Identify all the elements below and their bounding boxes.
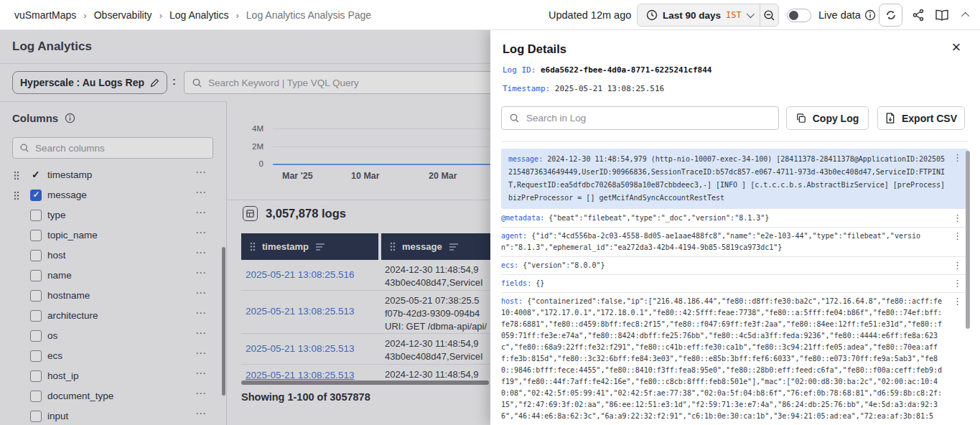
column-label: message xyxy=(47,190,87,200)
logs-count-row: 3,057,878 logs xyxy=(243,206,346,221)
checkbox-unchecked[interactable] xyxy=(30,210,42,221)
checkbox-unchecked[interactable] xyxy=(30,290,42,302)
copy-log-button[interactable]: Copy Log xyxy=(786,106,869,130)
table-header-timestamp[interactable]: timestamp xyxy=(241,233,378,260)
more-options-icon[interactable] xyxy=(195,286,207,299)
field-row-host[interactable]: host {"containerized":false,"ip":["216.4… xyxy=(501,293,968,425)
close-icon[interactable] xyxy=(948,40,964,56)
columns-search-input[interactable]: Search columns xyxy=(12,137,213,159)
field-row-agent[interactable]: agent {"id":"4cd556ba-2c03-4558-8d05-ae1… xyxy=(501,228,968,257)
log-id-value: e6da5622-fbee-4d0a-8771-6225241cf844 xyxy=(541,65,711,75)
column-item-os[interactable]: os xyxy=(0,326,227,346)
data-source-button[interactable]: Hyperscale : Au Logs Rep xyxy=(12,71,167,94)
share-button[interactable] xyxy=(910,0,926,30)
field-row-fields[interactable]: fields {} xyxy=(501,275,968,293)
gridline-4m xyxy=(273,129,490,129)
column-item-host-ip[interactable]: host_ip xyxy=(0,366,227,386)
chevron-up-icon xyxy=(961,12,969,20)
kebab-menu-icon[interactable] xyxy=(953,260,962,271)
column-item-document-type[interactable]: document_type xyxy=(0,386,227,406)
checkbox-unchecked[interactable] xyxy=(30,391,42,402)
column-label: input xyxy=(47,411,68,421)
copy-icon xyxy=(796,113,806,123)
checkbox-checked[interactable] xyxy=(30,190,42,201)
column-item-topic-name[interactable]: topic_name xyxy=(0,225,227,246)
breadcrumb: vuSmartMaps › Observability › Log Analyt… xyxy=(14,0,371,30)
export-csv-button[interactable]: Export CSV xyxy=(877,106,965,130)
column-item-input[interactable]: input xyxy=(0,406,227,425)
checkbox-unchecked[interactable] xyxy=(30,330,42,342)
panel-scrollbar[interactable] xyxy=(966,151,970,329)
live-data-info-icon[interactable] xyxy=(864,0,877,30)
more-options-icon[interactable] xyxy=(195,347,207,360)
checkbox-unchecked[interactable] xyxy=(30,350,42,362)
column-item-name[interactable]: name xyxy=(0,266,227,286)
drag-handle-icon[interactable] xyxy=(14,191,19,200)
field-row-ecs[interactable]: ecs {"version":"8.0.0"} xyxy=(501,257,968,275)
sidebar-scrollbar[interactable] xyxy=(222,247,225,396)
kebab-menu-icon[interactable] xyxy=(953,230,962,242)
column-item-hostname[interactable]: hostname xyxy=(0,286,227,306)
more-options-icon[interactable] xyxy=(195,407,207,420)
field-row-message[interactable]: message 2024-12-30 11:48:54,979 (http-ni… xyxy=(501,149,968,209)
more-options-icon[interactable] xyxy=(195,226,207,239)
column-item-timestamp[interactable]: timestamp xyxy=(0,165,227,185)
log-search-input[interactable]: Search in Log xyxy=(501,106,779,130)
x-tick-10mar: 10 Mar xyxy=(351,171,380,181)
live-data-toggle[interactable] xyxy=(787,9,811,22)
message-cell: 2025-05-21 07:38:25.5 f07b-42d3-9309-094… xyxy=(385,294,487,333)
columns-list: timestamp message type topic_name xyxy=(0,165,227,425)
kebab-menu-icon[interactable] xyxy=(953,278,962,289)
breadcrumb-observability[interactable]: Observability xyxy=(94,9,152,21)
drag-handle-icon[interactable] xyxy=(14,171,19,180)
collapse-topbar-button[interactable] xyxy=(959,0,974,30)
timestamp-link[interactable]: 2025-05-21 13:08:25.513 xyxy=(246,343,355,354)
column-item-ecs[interactable]: ecs xyxy=(0,346,227,366)
page-title: Log Analytics xyxy=(12,39,92,54)
more-options-icon[interactable] xyxy=(195,206,207,219)
more-options-icon[interactable] xyxy=(195,387,207,400)
documentation-button[interactable] xyxy=(933,0,951,30)
breadcrumb-separator: › xyxy=(235,10,238,21)
info-icon[interactable] xyxy=(65,113,75,123)
app-root: Log Analytics Hyperscale : Au Logs Rep :… xyxy=(0,0,980,425)
more-options-icon[interactable] xyxy=(195,266,207,279)
time-range-selector[interactable]: Last 90 days IST xyxy=(638,4,760,26)
checkbox-unchecked[interactable] xyxy=(30,310,42,322)
timestamp-link[interactable]: 2025-05-21 13:08:25.516 xyxy=(246,269,355,280)
timestamp-link[interactable]: 2025-05-21 13:08:25.513 xyxy=(246,370,355,380)
field-row-metadata[interactable]: @metadata {"beat":"filebeat","type":"_do… xyxy=(501,210,968,228)
source-button-label: Hyperscale : Au Logs Rep xyxy=(20,77,144,88)
checkbox-unchecked[interactable] xyxy=(30,250,42,261)
more-options-icon[interactable] xyxy=(195,166,207,179)
export-csv-label: Export CSV xyxy=(902,113,957,124)
column-item-architecture[interactable]: architecture xyxy=(0,306,227,326)
kebab-menu-icon[interactable] xyxy=(953,296,962,307)
updated-timestamp: Updated 12m ago xyxy=(549,0,631,30)
checkbox-unchecked[interactable] xyxy=(30,370,42,382)
column-item-host[interactable]: host xyxy=(0,246,227,266)
checkbox-unchecked[interactable] xyxy=(30,270,42,281)
breadcrumb-vusmartmaps[interactable]: vuSmartMaps xyxy=(14,9,76,21)
more-options-icon[interactable] xyxy=(195,186,207,199)
checkbox-unchecked[interactable] xyxy=(30,230,42,241)
time-range-label: Last 90 days xyxy=(663,10,721,21)
checkbox-unchecked[interactable] xyxy=(30,411,42,422)
kebab-menu-icon[interactable] xyxy=(953,212,962,224)
kebab-menu-icon[interactable] xyxy=(953,151,962,164)
field-value: {"containerized":false,"ip":["216.48.186… xyxy=(501,297,942,420)
column-item-type[interactable]: type xyxy=(0,205,227,225)
checkbox-checked[interactable] xyxy=(30,169,42,181)
zoom-out-button[interactable] xyxy=(760,4,778,26)
breadcrumb-log-analytics[interactable]: Log Analytics xyxy=(169,9,229,21)
table-horizontal-scrollbar[interactable] xyxy=(241,380,489,385)
column-item-message[interactable]: message xyxy=(0,185,227,205)
more-options-icon[interactable] xyxy=(195,327,207,340)
more-options-icon[interactable] xyxy=(195,246,207,259)
timestamp-value: 2025-05-21 13:08:25.516 xyxy=(555,84,664,93)
more-options-icon[interactable] xyxy=(195,307,207,319)
more-options-icon[interactable] xyxy=(195,367,207,380)
vql-search-input[interactable]: Search Keyword | Type VQL Query xyxy=(184,71,543,94)
timestamp-link[interactable]: 2025-05-21 13:08:25.513 xyxy=(246,306,355,317)
refresh-button[interactable] xyxy=(879,4,902,27)
